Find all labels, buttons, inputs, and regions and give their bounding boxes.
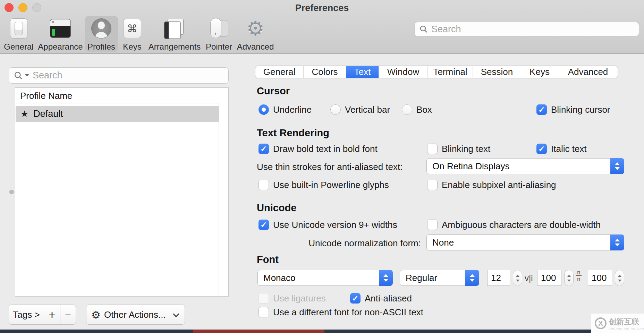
blinking-cursor-label: Blinking cursor bbox=[551, 104, 610, 115]
tags-button[interactable]: Tags > bbox=[9, 305, 44, 325]
mouse-icon[interactable] bbox=[208, 17, 230, 40]
thin-strokes-popup[interactable]: On Retina Displays bbox=[426, 158, 624, 174]
vertical-spacing-stepper[interactable] bbox=[615, 270, 624, 286]
tab-session[interactable]: Session bbox=[473, 66, 521, 78]
search-scope-chevron-icon[interactable] bbox=[25, 74, 29, 77]
profiles-search-input[interactable] bbox=[33, 70, 228, 81]
profiles-table: Profile Name ★ Default bbox=[15, 87, 229, 297]
horizontal-spacing-stepper[interactable] bbox=[564, 270, 574, 286]
tab-colors[interactable]: Colors bbox=[303, 66, 346, 78]
profiles-table-header[interactable]: Profile Name bbox=[15, 88, 228, 103]
tab-keys[interactable]: Keys bbox=[521, 66, 558, 78]
column-divider[interactable] bbox=[218, 88, 218, 103]
tab-text[interactable]: Text bbox=[346, 66, 379, 78]
tab-window[interactable]: Window bbox=[379, 66, 427, 78]
popup-chevrons-icon[interactable] bbox=[610, 158, 624, 174]
non-ascii-font-label: Use a different font for non-ASCII text bbox=[273, 307, 423, 318]
remove-profile-label: − bbox=[65, 309, 71, 321]
checkbox-antialiased[interactable]: Anti-aliased bbox=[350, 293, 412, 304]
general-switch-glyph bbox=[10, 18, 27, 39]
table-scrollbar[interactable] bbox=[219, 103, 228, 296]
checkbox-unicode9[interactable]: Use Unicode version 9+ widths bbox=[259, 219, 397, 230]
other-actions-button[interactable]: ⚙ Other Actions... bbox=[86, 305, 185, 325]
popup-chevrons-icon[interactable] bbox=[379, 270, 393, 286]
remove-profile-button[interactable]: − bbox=[60, 305, 76, 325]
watermark-logo-icon: X bbox=[595, 317, 607, 329]
checkbox-subpixel[interactable]: Enable subpixel anti-aliasing bbox=[427, 179, 556, 190]
zoom-button[interactable] bbox=[32, 3, 41, 12]
appearance-window-icon[interactable]: × bbox=[49, 17, 71, 40]
horizontal-spacing-field[interactable] bbox=[537, 270, 561, 286]
general-switch-icon[interactable] bbox=[8, 17, 30, 40]
splitter-handle-dot[interactable] bbox=[9, 190, 14, 194]
popup-chevrons-icon[interactable] bbox=[610, 234, 624, 250]
italic-text-label: Italic text bbox=[551, 144, 587, 154]
radio-box[interactable]: Box bbox=[402, 104, 432, 115]
checkbox-blinking-cursor[interactable]: Blinking cursor bbox=[536, 104, 610, 115]
font-style-value: Regular bbox=[400, 273, 437, 283]
arrangements-windows-icon[interactable] bbox=[163, 17, 186, 40]
checkbox-icon[interactable] bbox=[427, 220, 438, 230]
checkbox-italic-text[interactable]: Italic text bbox=[536, 143, 587, 154]
unicode-section-heading: Unicode bbox=[257, 202, 296, 214]
vertical-spacing-icon-top: n bbox=[577, 270, 580, 275]
profile-name-column-header[interactable]: Profile Name bbox=[20, 91, 72, 101]
tab-general[interactable]: General bbox=[255, 66, 303, 78]
gear-icon[interactable]: ⚙ bbox=[244, 17, 266, 40]
checkbox-icon[interactable] bbox=[259, 307, 269, 317]
add-profile-button[interactable]: + bbox=[44, 305, 60, 325]
font-family-popup[interactable]: Monaco bbox=[257, 270, 393, 286]
checkbox-icon[interactable] bbox=[259, 220, 269, 230]
checkbox-non-ascii-font[interactable]: Use a different font for non-ASCII text bbox=[259, 307, 423, 318]
minimize-button[interactable] bbox=[18, 3, 27, 12]
mouse-glyph bbox=[210, 18, 228, 39]
tags-button-label: Tags > bbox=[13, 309, 40, 320]
close-button[interactable] bbox=[5, 3, 14, 12]
normalization-value: None bbox=[427, 237, 454, 248]
command-key-icon[interactable]: ⌘ bbox=[121, 17, 143, 40]
checkbox-icon[interactable] bbox=[259, 180, 269, 190]
radio-icon[interactable] bbox=[402, 104, 412, 115]
radio-icon[interactable] bbox=[330, 104, 341, 115]
checkbox-icon[interactable] bbox=[427, 180, 438, 190]
profile-row-default[interactable]: ★ Default bbox=[16, 106, 219, 122]
watermark-cn-text: 创新互联 bbox=[609, 317, 644, 327]
checkbox-powerline[interactable]: Use built-in Powerline glyphs bbox=[259, 179, 389, 190]
checkbox-icon[interactable] bbox=[350, 293, 361, 304]
profiles-search[interactable] bbox=[9, 67, 229, 84]
checkbox-use-ligatures[interactable]: Use ligatures bbox=[259, 293, 326, 304]
tab-advanced[interactable]: Advanced bbox=[558, 66, 618, 78]
powerline-label: Use built-in Powerline glyphs bbox=[273, 180, 389, 190]
toolbar-search-input[interactable] bbox=[431, 24, 639, 35]
profiles-person-glyph bbox=[91, 18, 111, 39]
ambiguous-width-label: Ambiguous characters are double-width bbox=[442, 220, 601, 230]
toolbar-item-advanced[interactable]: Advanced bbox=[224, 42, 287, 52]
font-size-field[interactable] bbox=[487, 270, 510, 286]
vertical-spacing-icon: n n bbox=[576, 270, 582, 282]
radio-icon[interactable] bbox=[259, 104, 269, 115]
font-style-popup[interactable]: Regular bbox=[400, 270, 479, 286]
checkbox-blinking-text[interactable]: Blinking text bbox=[427, 143, 490, 154]
font-size-stepper[interactable] bbox=[513, 270, 522, 286]
gear-icon: ⚙ bbox=[91, 309, 101, 321]
unicode9-label: Use Unicode version 9+ widths bbox=[273, 220, 397, 230]
profile-name: Default bbox=[33, 109, 63, 119]
checkbox-icon[interactable] bbox=[536, 104, 547, 115]
arrangements-windows-glyph bbox=[164, 19, 185, 38]
tab-terminal[interactable]: Terminal bbox=[427, 66, 473, 78]
horizontal-spacing-icon: v|i bbox=[525, 273, 533, 283]
vertical-spacing-field[interactable] bbox=[588, 270, 612, 286]
profiles-person-icon[interactable] bbox=[90, 17, 112, 40]
checkbox-icon[interactable] bbox=[427, 144, 438, 154]
checkbox-ambiguous-width[interactable]: Ambiguous characters are double-width bbox=[427, 219, 601, 230]
toolbar-search[interactable] bbox=[414, 22, 639, 36]
radio-vertical-bar[interactable]: Vertical bar bbox=[330, 104, 390, 115]
checkbox-draw-bold[interactable]: Draw bold text in bold font bbox=[259, 143, 378, 154]
popup-chevrons-icon[interactable] bbox=[465, 270, 479, 286]
checkbox-icon[interactable] bbox=[536, 144, 547, 154]
watermark-en-text: CHUANG XIN HU LIAN bbox=[609, 327, 644, 330]
radio-underline[interactable]: Underline bbox=[259, 104, 312, 115]
profile-tab-bar: General Colors Text Window Terminal Sess… bbox=[255, 66, 618, 78]
normalization-popup[interactable]: None bbox=[426, 234, 624, 250]
checkbox-icon[interactable] bbox=[259, 144, 269, 154]
